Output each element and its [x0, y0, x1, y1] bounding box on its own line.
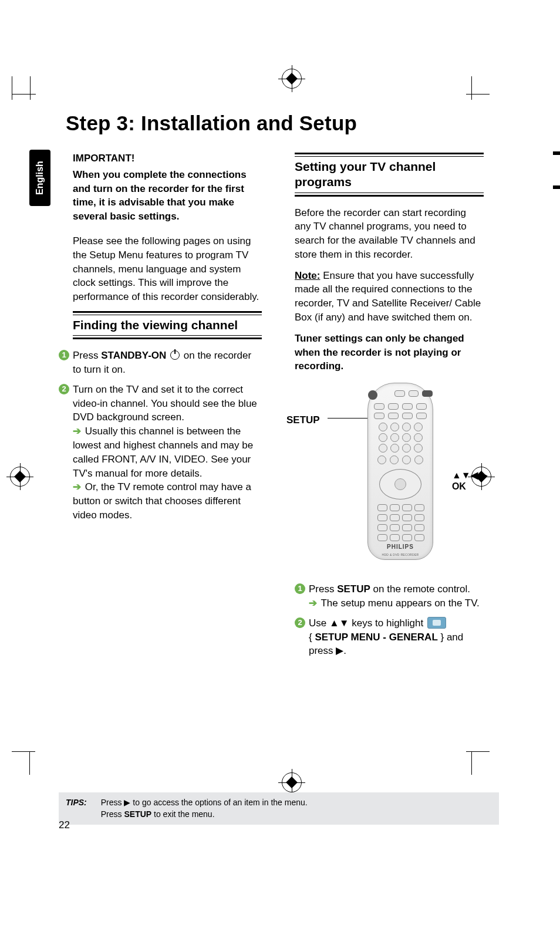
language-tab: English	[29, 150, 50, 206]
callout-line	[328, 418, 370, 419]
arrow-icon: ➔	[309, 598, 317, 609]
note-body: Ensure that you have successfully made a…	[295, 270, 481, 323]
crop-mark-top-left	[12, 76, 36, 100]
tips-line2-c: to exit the menu.	[151, 809, 214, 819]
registration-mark-bottom	[282, 772, 302, 792]
right-p1: Before the recorder can start recording …	[295, 206, 484, 262]
remote-control: PHILIPS HDD & DVD RECORDER	[367, 383, 433, 560]
nav-ok: OK	[452, 481, 466, 491]
registration-mark-left	[10, 467, 30, 487]
step-number-1: 1	[295, 583, 305, 594]
section-rule	[295, 153, 484, 157]
setup-menu-general: SETUP MENU - GENERAL	[315, 632, 437, 643]
setup-label-inline: SETUP	[337, 583, 370, 595]
section-tv-channel-programs: Setting your TV channel programs	[295, 159, 484, 190]
tuner-warning: Tuner settings can only be changed when …	[295, 332, 484, 373]
step-number-2: 2	[59, 384, 69, 394]
step-number-2: 2	[295, 617, 305, 628]
right-step-2: 2 Use ▲▼ keys to highlight { SETUP MENU …	[309, 616, 484, 658]
tips-line1-a: Press	[101, 798, 124, 807]
arrow-icon: ➔	[73, 426, 81, 437]
step1-text-a: Press	[73, 350, 101, 361]
right-step-1: 1 Press SETUP on the remote control. ➔ T…	[309, 582, 484, 610]
step2-text-a: Turn on the TV and set it to the correct…	[73, 384, 257, 423]
step2-text-c: Or, the TV remote control may have a but…	[73, 481, 251, 521]
r-step2-b: keys to highlight	[349, 617, 426, 629]
tips-line2-a: Press	[101, 809, 124, 819]
up-down-arrows: ▲▼	[329, 617, 349, 629]
important-body: When you complete the connections and tu…	[73, 168, 262, 224]
r-step1-c: on the remote control.	[370, 583, 470, 595]
remote-subtitle: HDD & DVD RECORDER	[368, 553, 433, 557]
crop-mark-bottom-right	[466, 751, 490, 775]
crop-mark-bottom-left	[12, 751, 35, 775]
nav-callout-label: ▲▼◀ ▶ OK	[452, 470, 487, 492]
step-number-1: 1	[59, 350, 69, 360]
tips-label: TIPS:	[66, 797, 87, 820]
edge-mark	[553, 185, 560, 189]
power-icon	[170, 350, 180, 360]
intro-text: Please see the following pages on using …	[73, 234, 262, 304]
page-number: 22	[59, 819, 70, 831]
play-icon: ▶	[124, 798, 130, 807]
edge-mark	[553, 151, 560, 155]
remote-illustration: SETUP ▲▼◀ ▶ OK	[295, 383, 484, 571]
dpad	[379, 469, 421, 500]
tips-line1-b: to go access the options of an item in t…	[130, 798, 307, 807]
play-icon: ▶	[336, 645, 343, 656]
important-heading: IMPORTANT!	[73, 151, 262, 166]
section-finding-channel: Finding the viewing channel	[73, 318, 262, 333]
step-2: 2 Turn on the TV and set it to the corre…	[73, 383, 262, 522]
note-paragraph: Note: Ensure that you have successfully …	[295, 269, 484, 325]
crop-mark-top-right	[466, 76, 490, 100]
remote-brand: PHILIPS	[368, 543, 433, 551]
note-label: Note:	[295, 270, 320, 281]
r-step1-d: The setup menu appears on the TV.	[318, 598, 480, 609]
section-rule	[73, 311, 262, 315]
arrow-icon: ➔	[73, 481, 81, 492]
tips-setup: SETUP	[124, 809, 151, 819]
language-tab-label: English	[35, 161, 45, 195]
step-1: 1 Press STANDBY-ON on the recorder to tu…	[73, 349, 262, 377]
tv-icon	[427, 617, 446, 629]
registration-mark-top	[282, 69, 302, 89]
step2-text-b: Usually this channel is between the lowe…	[73, 426, 253, 478]
page-title: Step 3: Installation and Setup	[66, 112, 499, 135]
setup-callout-label: SETUP	[286, 413, 320, 427]
r-step1-a: Press	[309, 583, 337, 595]
section-rule	[295, 193, 484, 197]
nav-arrows: ▲▼◀ ▶	[452, 470, 487, 480]
tips-footer: TIPS: Press ▶ to go access the options o…	[59, 792, 499, 825]
section-rule	[73, 335, 262, 339]
standby-on-label: STANDBY-ON	[101, 350, 166, 361]
r-step2-a: Use	[309, 617, 329, 629]
